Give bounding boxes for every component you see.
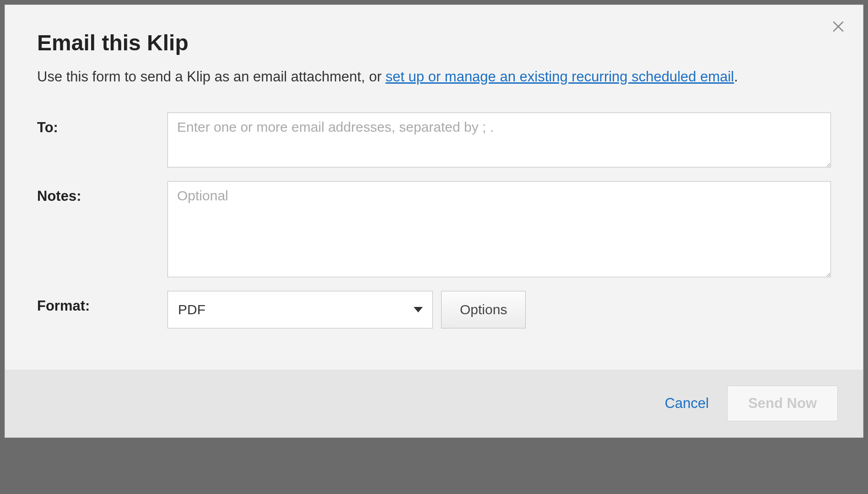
close-button[interactable]	[830, 18, 847, 35]
notes-input[interactable]	[167, 181, 831, 277]
description-suffix: .	[734, 69, 738, 85]
scheduled-email-link[interactable]: set up or manage an existing recurring s…	[386, 69, 734, 85]
notes-label: Notes:	[37, 181, 167, 204]
modal-body: Email this Klip Use this form to send a …	[5, 5, 863, 370]
format-label: Format:	[37, 291, 167, 314]
to-control-wrap	[167, 113, 831, 167]
format-control-wrap: PDF Options	[167, 291, 831, 328]
modal-footer: Cancel Send Now	[5, 370, 863, 437]
to-input[interactable]	[167, 113, 831, 167]
options-button[interactable]: Options	[441, 291, 526, 328]
format-row: Format: PDF Options	[37, 291, 831, 328]
cancel-button[interactable]: Cancel	[665, 395, 709, 412]
modal-description: Use this form to send a Klip as an email…	[37, 67, 831, 87]
modal-title: Email this Klip	[37, 30, 831, 55]
format-select[interactable]: PDF	[167, 291, 433, 328]
notes-control-wrap	[167, 181, 831, 277]
email-klip-modal: Email this Klip Use this form to send a …	[5, 5, 863, 438]
notes-row: Notes:	[37, 181, 831, 277]
format-select-wrap: PDF	[167, 291, 433, 328]
to-label: To:	[37, 113, 167, 136]
close-icon	[831, 19, 846, 34]
send-now-button[interactable]: Send Now	[727, 386, 838, 421]
to-row: To:	[37, 113, 831, 167]
description-prefix: Use this form to send a Klip as an email…	[37, 69, 386, 85]
